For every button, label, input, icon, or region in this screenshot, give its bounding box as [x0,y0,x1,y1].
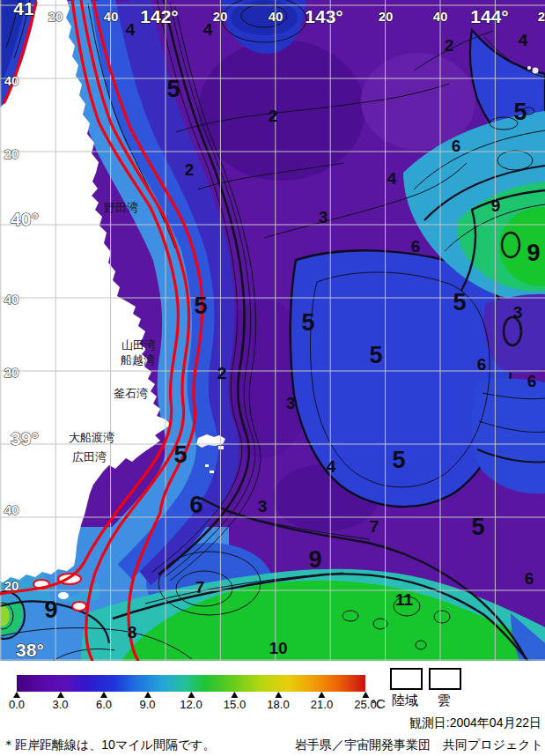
contour-label: 3 [286,394,296,412]
contour-label: 3 [258,497,268,515]
contour-label: 2 [217,364,227,382]
contour-label: 7 [370,517,379,536]
sst-map-area: 442455223649965555234536656397710985116 … [0,0,545,661]
contour-label: 5 [173,441,187,468]
sst-analysis-page: 442455223649965555234536656397710985116 … [0,0,545,756]
place-name-label: 山田湾 [122,338,156,352]
latitude-label: 38° [16,640,44,660]
latitude-label: 40 [4,73,19,88]
longitude-label: 20 [213,9,228,24]
contour-label: 4 [203,20,213,39]
longitude-label: 40 [269,9,284,24]
contour-label: 10 [269,639,287,657]
contour-label: 5 [392,447,405,473]
contour-label: 5 [471,514,484,540]
contour-label: 6 [452,137,461,155]
land-legend-label: 陸域 [387,693,423,709]
colorbar-tick: 6.0 [96,692,112,711]
longitude-label: 40 [433,9,448,24]
contour-label: 5 [369,342,382,368]
place-name-label: 野田湾 [104,201,138,214]
contour-label: 8 [128,623,137,641]
longitude-label: 142° [140,6,178,26]
colorbar-unit: °C [371,696,386,711]
colorbar-tick: 0.0 [9,692,25,711]
contour-label: 2 [445,36,454,55]
cloud-legend-swatch [429,668,461,690]
latitude-label: 39° [11,428,39,448]
latitude-label: 41 [13,0,34,19]
contour-label: 9 [527,240,540,266]
contour-label: 6 [527,372,537,390]
land-legend-swatch [390,668,423,690]
temperature-colorbar [17,675,365,692]
place-name-label: 大船渡湾 [69,431,114,444]
contour-label: 6 [411,237,421,256]
contour-label: 7 [195,578,205,597]
contour-label: 5 [301,309,314,336]
contour-label: 5 [194,293,207,319]
longitude-label: 143° [305,6,342,26]
latitude-label: 20 [4,365,19,380]
contour-label: 6 [525,569,534,588]
contour-label: 4 [327,457,336,476]
contour-label: 5 [513,99,527,125]
contour-label: 5 [453,289,466,315]
contour-label: 4 [387,169,397,188]
colorbar-ticks: 0.03.06.09.012.015.018.021.025.0 [17,692,365,713]
colorbar-tick: 9.0 [139,692,155,711]
latitude-label: 20 [4,578,19,593]
place-name-label: 広田湾 [72,450,107,463]
place-name-label: 船越湾 [120,353,155,367]
contour-label: 9 [44,597,57,623]
contour-label: 4 [519,31,528,49]
contour-label: 3 [513,303,523,322]
contour-label: 6 [477,355,487,374]
distance-line-note: ＊距岸距離線は、10マイル間隔です。 [3,737,216,753]
contour-label: 9 [491,196,501,215]
contour-label: 2 [185,160,195,179]
latitude-label: 40 [4,502,19,517]
longitude-label: 40 [104,9,119,24]
contour-label: 6 [189,492,203,518]
colorbar-tick: 21.0 [311,692,333,711]
sst-map: 442455223649965555234536656397710985116 … [0,0,545,661]
contour-label: 11 [395,590,414,609]
contour-label: 2 [269,107,278,125]
colorbar-tick: 12.0 [180,692,202,711]
latitude-label: 40 [4,292,19,307]
contour-label: 5 [166,76,180,102]
colorbar-tick: 3.0 [52,692,68,711]
latitude-label: 20 [4,146,19,161]
contour-label: 9 [308,546,321,573]
contour-label: 4 [126,20,136,39]
longitude-label: 20 [538,9,545,24]
longitude-label: 20 [48,9,63,24]
project-credit: 岩手県／宇宙開発事業団 共同プロジェクト [295,737,543,753]
observation-date: 観測日:2004年04月22日 [409,715,541,731]
contour-label: 3 [319,208,328,226]
longitude-label: 20 [379,9,394,24]
colorbar-tick: 15.0 [224,692,246,711]
colorbar-tick: 18.0 [267,692,289,711]
longitude-label: 144° [470,6,508,26]
latitude-label: 40° [11,209,39,229]
place-name-label: 釜石湾 [114,387,148,400]
cloud-legend-label: 雲 [426,693,461,709]
